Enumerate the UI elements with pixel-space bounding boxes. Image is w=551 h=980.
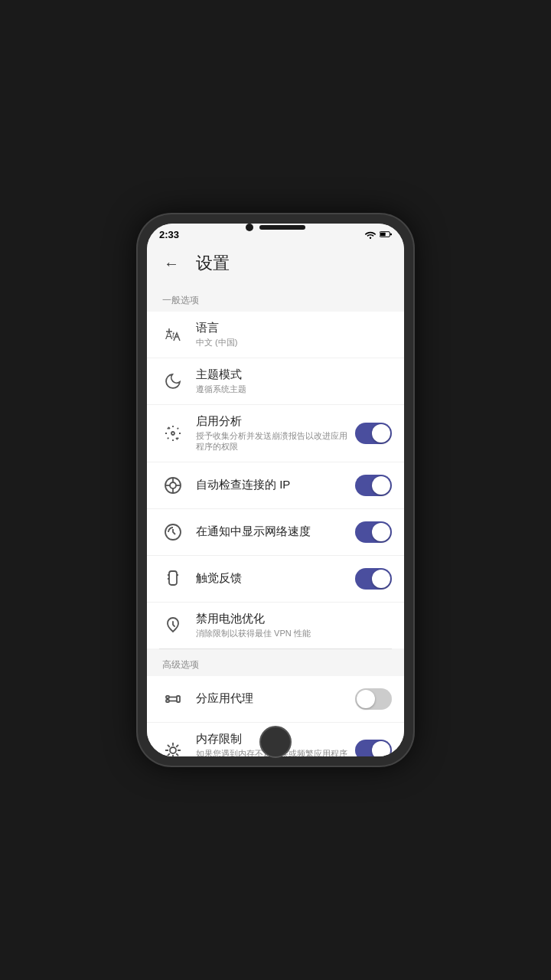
advanced-section-header: 高级选项 xyxy=(147,649,404,676)
back-button[interactable]: ← xyxy=(159,251,184,276)
back-arrow-icon: ← xyxy=(164,255,179,273)
analytics-setting[interactable]: 启用分析 授予收集分析并发送崩溃报告以改进应用程序的权限 xyxy=(147,405,404,462)
battery-text: 禁用电池优化 消除限制以获得最佳 VPN 性能 xyxy=(196,612,392,639)
battery-status-icon xyxy=(380,230,392,239)
svg-rect-2 xyxy=(390,234,392,236)
haptic-toggle[interactable] xyxy=(355,568,392,590)
split-tunnel-text: 分应用代理 xyxy=(196,691,355,706)
svg-point-25 xyxy=(170,747,176,753)
general-settings-group: A t 语言 中文 (中国) xyxy=(147,312,404,648)
speaker-bar xyxy=(259,225,305,230)
header: ← 设置 xyxy=(147,245,404,285)
network-icon xyxy=(159,472,187,499)
language-text: 语言 中文 (中国) xyxy=(196,321,392,348)
show-speed-text: 在通知中显示网络速度 xyxy=(196,524,355,539)
show-speed-toggle-knob xyxy=(372,523,390,541)
general-section-header: 一般选项 xyxy=(147,285,404,312)
svg-rect-22 xyxy=(177,696,180,702)
auto-check-ip-setting[interactable]: 自动检查连接的 IP xyxy=(147,462,404,509)
svg-point-10 xyxy=(170,482,176,488)
split-tunnel-toggle-knob xyxy=(357,690,375,708)
phone-screen: 2:33 ← 设置 xyxy=(147,224,404,756)
svg-rect-21 xyxy=(166,700,169,702)
haptic-icon xyxy=(159,565,187,593)
svg-rect-16 xyxy=(169,571,177,585)
status-time: 2:33 xyxy=(159,229,179,240)
page-title: 设置 xyxy=(196,252,230,275)
settings-content: 一般选项 A t 语言 中文 (中国) xyxy=(147,285,404,756)
haptic-text: 触觉反馈 xyxy=(196,571,355,586)
language-icon: A t xyxy=(159,321,187,348)
memory-icon xyxy=(159,737,187,756)
language-setting[interactable]: A t 语言 中文 (中国) xyxy=(147,312,404,358)
show-speed-setting[interactable]: 在通知中显示网络速度 xyxy=(147,509,404,556)
theme-setting[interactable]: 主题模式 遵循系统主题 xyxy=(147,358,404,405)
home-button[interactable] xyxy=(259,726,292,758)
analytics-toggle[interactable] xyxy=(355,423,392,444)
camera-dot xyxy=(246,224,253,231)
battery-opt-icon xyxy=(159,612,187,639)
split-tunnel-toggle[interactable] xyxy=(355,688,392,710)
split-tunnel-icon xyxy=(159,685,187,713)
theme-text: 主题模式 遵循系统主题 xyxy=(196,368,392,394)
analytics-icon xyxy=(159,420,187,447)
split-tunnel-setting[interactable]: 分应用代理 xyxy=(147,676,404,723)
svg-rect-20 xyxy=(166,696,169,698)
svg-point-0 xyxy=(370,237,371,239)
haptic-toggle-knob xyxy=(372,570,390,588)
svg-rect-3 xyxy=(380,233,386,237)
auto-check-ip-toggle-knob xyxy=(372,476,390,495)
auto-check-ip-text: 自动检查连接的 IP xyxy=(196,478,355,492)
analytics-toggle-knob xyxy=(372,424,390,443)
haptic-setting[interactable]: 触觉反馈 xyxy=(147,556,404,603)
battery-setting[interactable]: 禁用电池优化 消除限制以获得最佳 VPN 性能 xyxy=(147,603,404,648)
analytics-text: 启用分析 授予收集分析并发送崩溃报告以改进应用程序的权限 xyxy=(196,414,355,452)
show-speed-toggle[interactable] xyxy=(355,521,392,543)
svg-point-6 xyxy=(171,432,174,435)
phone-frame: 2:33 ← 设置 xyxy=(138,214,413,766)
speed-icon xyxy=(159,518,187,546)
auto-check-ip-toggle[interactable] xyxy=(355,475,392,496)
camera-notch xyxy=(246,224,305,231)
memory-limit-toggle[interactable] xyxy=(355,740,392,756)
memory-limit-toggle-knob xyxy=(372,741,390,756)
wifi-icon xyxy=(364,230,377,239)
theme-icon xyxy=(159,368,187,395)
status-icons xyxy=(364,230,392,239)
